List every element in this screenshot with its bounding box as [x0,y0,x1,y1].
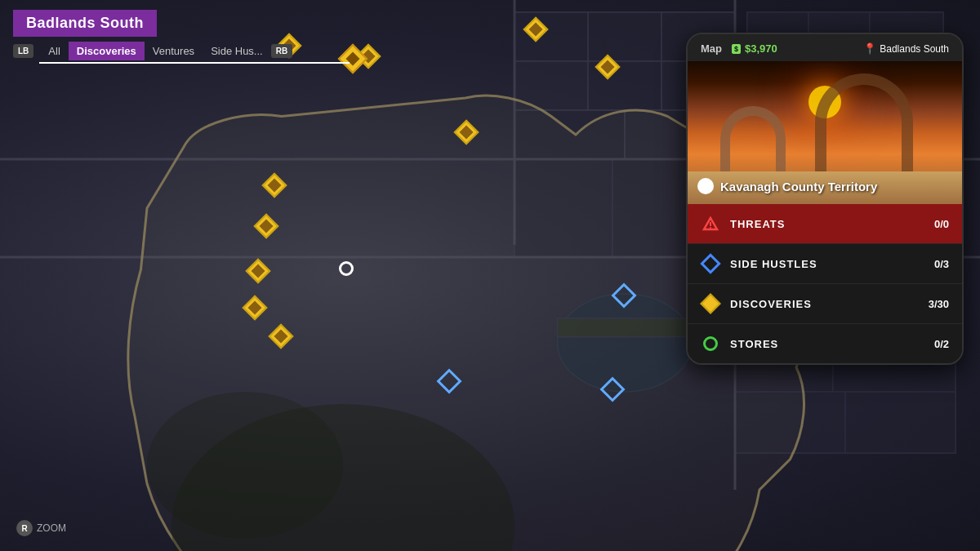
territory-label: Kavanagh County Territory [720,180,877,193]
stat-row-threats[interactable]: THREATS 0/0 [688,204,962,244]
stats-section: THREATS 0/0 SIDE HUSTLES 0/3 DISCOVERIES… [688,204,962,363]
threats-label: THREATS [730,218,934,230]
r-button: R [16,520,33,536]
stat-row-discoveries[interactable]: DISCOVERIES 3/30 [688,284,962,324]
threats-count: 0/0 [934,218,949,230]
rb-bumper[interactable]: RB [271,44,292,58]
tab-side-hustles[interactable]: Side Hus... [203,42,271,60]
map-icon-discovery-7[interactable] [247,260,270,282]
side-hustles-label: SIDE HUSTLES [730,258,934,270]
map-image-area: Kavanagh County Territory [688,61,962,204]
tab-discoveries[interactable]: Discoveries [69,42,145,60]
tab-ventures[interactable]: Ventures [145,42,203,60]
zoom-hint: R ZOOM [16,520,66,536]
discoveries-icon [701,294,720,313]
territory-label-overlay: Kavanagh County Territory [697,178,877,194]
region-title: Badlands South [13,10,157,37]
map-icon-discovery-5[interactable] [263,174,286,197]
panel-header: Map $ $3,970 📍 Badlands South [688,34,962,61]
tab-all[interactable]: All [40,42,68,60]
money-amount: $3,970 [745,42,777,55]
player-cursor [339,261,354,276]
threats-icon [701,214,720,233]
discoveries-label: DISCOVERIES [730,298,929,310]
location-dot-icon [697,178,714,194]
location-pin-icon: 📍 [863,42,876,55]
stores-count: 0/2 [934,338,949,350]
map-icon-side-hustle-2[interactable] [601,378,624,401]
map-icon-discovery-6[interactable] [255,215,278,238]
stat-row-side-hustles[interactable]: SIDE HUSTLES 0/3 [688,244,962,284]
discoveries-count: 3/30 [929,298,949,310]
map-icon-discovery-9[interactable] [270,325,292,348]
money-icon: $ [732,44,741,54]
svg-point-36 [147,392,343,539]
panel-location: 📍 Badlands South [863,42,949,55]
lb-bumper[interactable]: LB [13,44,33,58]
zoom-label: ZOOM [37,522,66,534]
panel-money: $ $3,970 [732,42,777,55]
map-icon-discovery-8[interactable] [243,296,266,319]
svg-point-40 [710,227,711,229]
panel-location-name: Badlands South [880,43,949,55]
right-panel: Map $ $3,970 📍 Badlands South Kavanagh C… [686,33,964,365]
panel-title: Map [701,42,722,55]
map-icon-discovery-4[interactable] [455,121,478,144]
side-hustles-count: 0/3 [934,258,949,270]
stores-icon [701,334,720,353]
stat-row-stores[interactable]: STORES 0/2 [688,324,962,363]
stores-label: STORES [730,338,934,350]
map-icon-side-hustle-1[interactable] [438,370,461,393]
side-hustles-icon [701,254,720,273]
tab-underline [39,62,350,64]
map-icon-side-hustle-3[interactable] [612,284,635,307]
svg-rect-28 [845,392,956,453]
